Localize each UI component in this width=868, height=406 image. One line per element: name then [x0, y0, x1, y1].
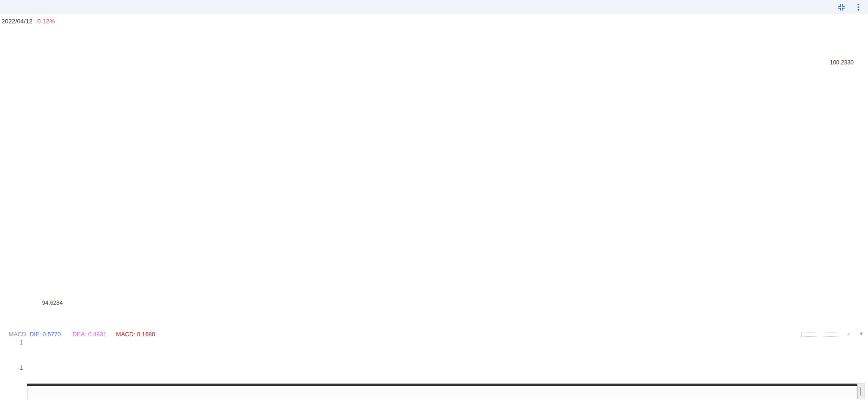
low-point-label: 94.6284 — [42, 300, 63, 306]
macd-axis-top-label: 1 — [4, 339, 23, 346]
navigator-handle[interactable] — [857, 384, 865, 399]
macd-panel-title: MACD — [9, 331, 26, 338]
navigator-strip[interactable] — [27, 386, 857, 399]
chart-canvas[interactable] — [0, 0, 868, 406]
macd-dif-value: DIF: 0.5770 — [30, 331, 61, 338]
datazoom-dotted-box[interactable] — [801, 333, 843, 337]
scroll-up-arrow[interactable]: ▲ — [846, 331, 851, 336]
high-point-label: 100.2330 — [830, 59, 854, 66]
macd-axis-bottom-label: -1 — [4, 364, 23, 371]
macd-macd-value: MACD: 0.1680 — [116, 331, 155, 338]
macd-dea-value: DEA: 0.4931 — [73, 331, 106, 338]
kline-chart-app: 2022/04/12 0.12% 94.6284 100.2330 MACD D… — [0, 0, 868, 406]
scroll-down-arrow[interactable]: ▼ — [859, 331, 864, 336]
